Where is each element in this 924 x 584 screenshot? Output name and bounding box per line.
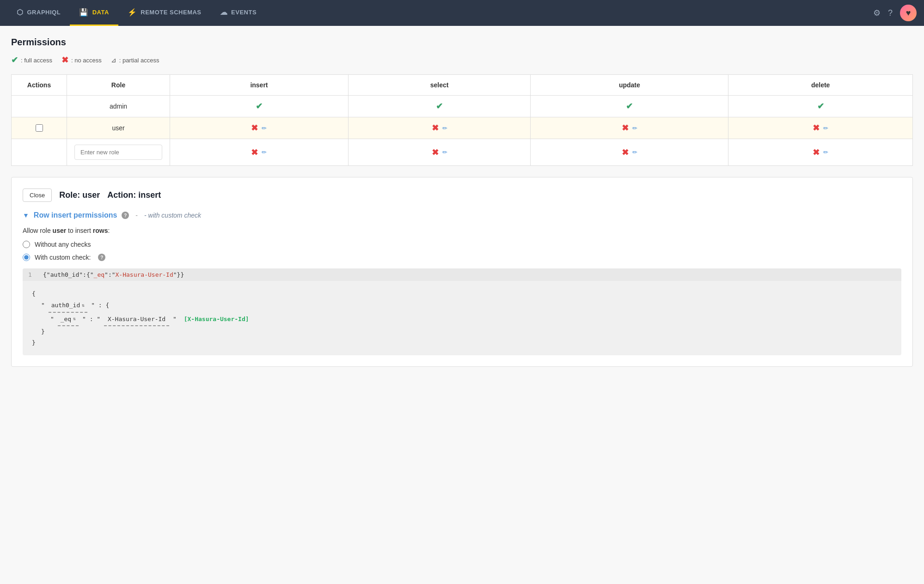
help-icon: ? [888, 8, 893, 18]
user-delete-edit[interactable]: ✏ [823, 125, 828, 132]
radio-custom-check-input[interactable] [23, 254, 30, 261]
custom-check-label: - with custom check [144, 212, 201, 219]
legend-partial-access: ⊿ : partial access [111, 56, 159, 64]
new-delete-pair: ✖ ✏ [736, 147, 905, 158]
user-update-edit[interactable]: ✏ [632, 125, 637, 132]
user-update-cell: ✖ ✏ [531, 117, 728, 139]
admin-select-check: ✔ [436, 102, 443, 111]
dash-separator: - [135, 212, 138, 219]
user-insert-cross: ✖ [251, 123, 258, 133]
code-close-inner: } [41, 326, 892, 337]
user-insert-edit[interactable]: ✏ [262, 125, 267, 132]
radio-group: Without any checks With custom check: ? [23, 241, 901, 261]
gear-button[interactable]: ⚙ [873, 8, 881, 18]
radio-no-checks-label: Without any checks [35, 241, 91, 248]
new-role-cell [67, 139, 170, 166]
col-actions: Actions [12, 75, 67, 96]
radio-custom-check-label: With custom check: [35, 254, 91, 261]
value-selector[interactable]: X-Hasura-User-Id [104, 313, 169, 326]
allow-role: user [53, 227, 67, 234]
eq-field-label: _eq [61, 314, 71, 324]
eq-field-selector[interactable]: _eq ⇅ [58, 313, 79, 326]
section-header: ▼ Row insert permissions ? - - with cust… [23, 211, 901, 219]
admin-delete-cell: ✔ [728, 96, 913, 117]
new-delete-cross: ✖ [813, 147, 820, 158]
new-update-pair: ✖ ✏ [538, 147, 721, 158]
custom-check-help-icon[interactable]: ? [98, 254, 105, 261]
new-insert-pair: ✖ ✏ [177, 147, 341, 158]
new-insert-cell: ✖ ✏ [170, 139, 349, 166]
help-button[interactable]: ? [888, 8, 893, 18]
section-help-icon[interactable]: ? [122, 212, 129, 219]
new-delete-edit[interactable]: ✏ [823, 149, 828, 156]
new-update-edit[interactable]: ✏ [632, 149, 637, 156]
session-variable: [X-Hasura-User-Id] [184, 316, 249, 322]
user-select-cross: ✖ [432, 123, 439, 133]
legend-full-access-label: : full access [21, 57, 52, 64]
radio-no-checks[interactable]: Without any checks [23, 241, 901, 248]
auth0-field-label: auth0_id [51, 300, 80, 310]
graphiql-icon: ⬡ [17, 8, 24, 17]
new-select-edit[interactable]: ✏ [442, 149, 447, 156]
main-content: Permissions ✔ : full access ✖ : no acces… [0, 26, 924, 378]
table-row: user ✖ ✏ ✖ ✏ ✖ ✏ [12, 117, 913, 139]
nav-events-label: EVENTS [231, 9, 257, 16]
admin-update-check: ✔ [626, 102, 633, 111]
new-select-cell: ✖ ✏ [348, 139, 530, 166]
new-select-cross: ✖ [432, 147, 439, 158]
events-icon: ☁ [220, 8, 228, 17]
user-delete-cell: ✖ ✏ [728, 117, 913, 139]
radio-no-checks-input[interactable] [23, 241, 30, 248]
auth0-field-selector[interactable]: auth0_id ⇅ [49, 299, 88, 312]
nav-remote-schemas[interactable]: ⚡ REMOTE SCHEMAS [118, 0, 211, 26]
code-field-row: " auth0_id ⇅ " : { [41, 299, 892, 312]
new-role-actions-cell [12, 139, 67, 166]
data-icon: 💾 [79, 8, 89, 17]
user-select-edit[interactable]: ✏ [442, 125, 447, 132]
new-insert-cross: ✖ [251, 147, 258, 158]
new-update-cell: ✖ ✏ [531, 139, 728, 166]
table-row: admin ✔ ✔ ✔ ✔ [12, 96, 913, 117]
allow-text: Allow role user to insert rows: [23, 227, 901, 234]
user-update-pair: ✖ ✏ [538, 123, 721, 133]
user-select-cell: ✖ ✏ [348, 117, 530, 139]
legend-full-access: ✔ : full access [11, 55, 52, 65]
nav-data[interactable]: 💾 DATA [70, 0, 118, 26]
admin-actions-cell [12, 96, 67, 117]
allow-suffix: to insert [66, 227, 93, 234]
user-checkbox-cell [19, 124, 59, 132]
top-navigation: ⬡ GRAPHIQL 💾 DATA ⚡ REMOTE SCHEMAS ☁ EVE… [0, 0, 924, 26]
table-row: ✖ ✏ ✖ ✏ ✖ ✏ [12, 139, 913, 166]
nav-graphiql[interactable]: ⬡ GRAPHIQL [7, 0, 70, 26]
user-delete-cross: ✖ [813, 123, 820, 133]
gear-icon: ⚙ [873, 8, 881, 18]
code-area: 1 {"auth0_id":{"_eq":"X-Hasura-User-Id"}… [23, 268, 901, 355]
user-delete-pair: ✖ ✏ [736, 123, 905, 133]
code-visual: { " auth0_id ⇅ " : { " _eq ⇅ [23, 281, 901, 355]
admin-insert-check: ✔ [256, 102, 263, 111]
nav-events[interactable]: ☁ EVENTS [211, 0, 266, 26]
close-button[interactable]: Close [23, 189, 52, 202]
line-number: 1 [28, 271, 37, 278]
nav-remote-schemas-label: REMOTE SCHEMAS [141, 9, 201, 16]
user-role-label: user [112, 124, 124, 132]
code-line-bar: 1 {"auth0_id":{"_eq":"X-Hasura-User-Id"}… [23, 268, 901, 281]
heart-icon[interactable]: ♥ [900, 5, 917, 21]
new-select-pair: ✖ ✏ [356, 147, 523, 158]
remote-schemas-icon: ⚡ [128, 8, 137, 17]
col-delete: delete [728, 75, 913, 96]
code-line-text: {"auth0_id":{"_eq":"X-Hasura-User-Id"}} [43, 271, 184, 278]
col-update: update [531, 75, 728, 96]
admin-update-cell: ✔ [531, 96, 728, 117]
user-row-checkbox[interactable] [36, 124, 43, 132]
new-role-input[interactable] [74, 145, 162, 160]
new-update-cross: ✖ [622, 147, 629, 158]
collapse-arrow[interactable]: ▼ [23, 212, 29, 219]
new-insert-edit[interactable]: ✏ [262, 149, 267, 156]
legend-no-access-label: : no access [71, 57, 102, 64]
radio-custom-check[interactable]: With custom check: ? [23, 254, 901, 261]
nav-graphiql-label: GRAPHIQL [27, 9, 61, 16]
col-insert: insert [170, 75, 349, 96]
field-arrows-icon: ⇅ [82, 301, 85, 310]
nav-right-actions: ⚙ ? ♥ [873, 5, 917, 21]
